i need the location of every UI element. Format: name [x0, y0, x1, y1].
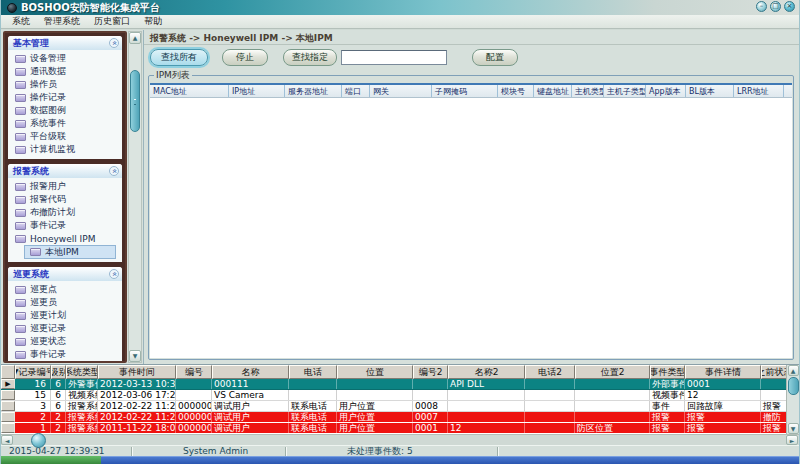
bottom-strip-green-segment — [1, 456, 101, 464]
table-row[interactable]: 22报警系统2012-02-22 11:26:0200000002调试用户联系电… — [1, 412, 788, 423]
search-input[interactable] — [341, 50, 447, 65]
sidebar-item[interactable]: 报警用户 — [10, 180, 120, 193]
event-column-header[interactable]: 事件类型 — [650, 365, 685, 379]
event-column-header[interactable]: 名称2 — [448, 365, 525, 379]
event-column-header[interactable]: 位置2 — [575, 365, 650, 379]
table-row[interactable]: 36报警系统2012-02-22 11:26:0200000002调试用户联系电… — [1, 401, 788, 412]
title-bar[interactable]: BOSHOO安防智能化集成平台 – □ × — [1, 0, 799, 15]
sidebar-item[interactable]: 操作记录 — [10, 91, 120, 104]
sidebar-item[interactable]: 巡更状态 — [10, 335, 120, 348]
sidebar-item[interactable]: 巡更点 — [10, 283, 120, 296]
ipm-column-header[interactable]: 服务器地址 — [284, 85, 341, 97]
event-column-header[interactable]: 级别 — [51, 365, 66, 379]
scroll-left-icon[interactable]: ◄ — [1, 435, 13, 445]
sidebar-group-header[interactable]: 报警系统« — [8, 164, 122, 178]
event-column-header[interactable]: 事件详情 — [685, 365, 761, 379]
sidebar-item[interactable]: 报警代码 — [10, 193, 120, 206]
table-row[interactable]: ▶166外警事件2012-03-13 10:38:04000111API DLL… — [1, 379, 788, 390]
scroll-down-icon[interactable]: ▼ — [788, 423, 799, 434]
ipm-column-header[interactable]: 主机类型 — [571, 85, 603, 97]
row-selector[interactable] — [1, 412, 15, 422]
panel-button-icon — [15, 235, 26, 243]
horizontal-scroll-thumb[interactable] — [31, 433, 46, 448]
sidebar-item[interactable]: 通讯数据 — [10, 65, 120, 78]
table-cell: 调试用户 — [212, 401, 289, 411]
stop-button[interactable]: 停止 — [222, 49, 268, 66]
sidebar-item[interactable]: 平台级联 — [10, 130, 120, 143]
sidebar-item[interactable]: 设备管理 — [10, 52, 120, 65]
event-column-header[interactable]: 系统类型 — [66, 365, 98, 379]
sidebar-item[interactable]: 巡更员 — [10, 296, 120, 309]
ipm-column-header[interactable]: 端口 — [341, 85, 369, 97]
sidebar-item-label: 本地IPM — [45, 246, 79, 259]
ipm-column-header[interactable]: 键盘地址 — [533, 85, 571, 97]
menu-item[interactable]: 系统 — [5, 15, 37, 28]
scroll-up-icon[interactable]: ▲ — [129, 32, 141, 44]
sidebar-item[interactable]: 事件记录 — [10, 219, 120, 232]
chevron-up-icon[interactable]: « — [109, 269, 119, 279]
event-column-header[interactable]: 名称 — [212, 365, 289, 379]
scroll-up-icon[interactable]: ▲ — [788, 365, 799, 376]
ipm-column-header[interactable]: BL版本 — [685, 85, 733, 97]
horizontal-scrollbar[interactable]: ◄ ► — [1, 434, 799, 445]
sidebar-group: 基本管理«设备管理通讯数据操作员操作记录数据图例系统事件平台级联计算机监视 — [8, 36, 122, 159]
scroll-down-icon[interactable]: ▼ — [129, 350, 141, 362]
table-cell — [176, 379, 212, 389]
minimize-button[interactable]: – — [756, 1, 767, 12]
event-column-header[interactable]: 编号2 — [413, 365, 448, 379]
row-selector[interactable] — [1, 401, 15, 411]
maximize-button[interactable]: □ — [770, 1, 781, 12]
ipm-column-header[interactable]: MAC地址 — [150, 85, 228, 97]
ipm-column-header[interactable]: App版本 — [645, 85, 685, 97]
ipm-column-header[interactable]: LRR地址 — [733, 85, 783, 97]
ipm-column-header[interactable]: IP地址 — [228, 85, 284, 97]
scroll-right-icon[interactable]: ► — [786, 435, 798, 445]
table-cell: 2011-11-22 18:00:27 — [98, 423, 176, 433]
event-column-header[interactable]: 编号 — [176, 365, 212, 379]
menu-item[interactable]: 管理系统 — [37, 15, 87, 28]
sidebar-scrollbar[interactable]: ▲ ▼ — [128, 31, 142, 363]
row-selector[interactable] — [1, 423, 15, 433]
sidebar-item[interactable]: 本地IPM — [24, 245, 116, 259]
ipm-column-header[interactable]: 网关 — [369, 85, 431, 97]
event-column-header[interactable]: 位置 — [337, 365, 413, 379]
sidebar-scroll-track[interactable] — [129, 44, 141, 350]
event-table-vscrollbar[interactable]: ▲ ▼ — [786, 365, 799, 434]
find-all-button[interactable]: 查找所有 — [150, 49, 208, 66]
event-column-header[interactable]: 电话 — [289, 365, 337, 379]
row-selector[interactable]: ▶ — [1, 379, 15, 389]
event-scroll-thumb[interactable] — [788, 377, 799, 395]
menu-item[interactable]: 帮助 — [137, 15, 169, 28]
ipm-column-header[interactable]: 主机子类型 — [603, 85, 645, 97]
sidebar-scroll-thumb[interactable] — [130, 70, 140, 132]
sidebar-item[interactable]: 操作员 — [10, 78, 120, 91]
sidebar-item[interactable]: 计算机监视 — [10, 143, 120, 156]
chevron-up-icon[interactable]: « — [109, 38, 119, 48]
event-scroll-track[interactable] — [788, 376, 799, 423]
event-column-header[interactable]: 电话2 — [525, 365, 575, 379]
find-specified-button[interactable]: 查找指定 — [283, 49, 337, 66]
sidebar-item[interactable]: Honeywell IPM — [10, 232, 120, 245]
row-selector[interactable] — [1, 390, 15, 400]
sidebar-item[interactable]: 事件记录 — [10, 348, 120, 361]
sidebar-item[interactable]: 布撤防计划 — [10, 206, 120, 219]
ipm-column-header[interactable]: 模块号 — [497, 85, 533, 97]
table-row[interactable]: 156视频系统2012-03-06 17:26:34VS Camera视频事件1… — [1, 390, 788, 401]
ipm-column-header[interactable]: 子网掩码 — [431, 85, 497, 97]
close-button[interactable]: × — [784, 1, 795, 12]
sidebar-item[interactable]: 系统事件 — [10, 117, 120, 130]
sidebar-group-header[interactable]: 基本管理« — [8, 36, 122, 50]
event-column-header[interactable]: 事件时间 — [98, 365, 176, 379]
menu-item[interactable]: 历史窗口 — [87, 15, 137, 28]
configure-button[interactable]: 配置 — [472, 49, 518, 66]
chevron-up-icon[interactable]: « — [109, 166, 119, 176]
event-column-header[interactable]: ▼记录编号 — [15, 365, 51, 379]
ipm-table-body[interactable] — [150, 98, 792, 358]
sidebar-item[interactable]: 巡更计划 — [10, 309, 120, 322]
sidebar-item[interactable]: 巡更记录 — [10, 322, 120, 335]
sidebar-group-header[interactable]: 巡更系统« — [8, 267, 122, 281]
table-row[interactable]: 12报警系统2011-11-22 18:00:2700000003调试用户联系电… — [1, 423, 788, 434]
sidebar-item[interactable]: 数据图例 — [10, 104, 120, 117]
table-cell: 报警 — [761, 401, 788, 411]
event-column-header[interactable]: 之前状态 — [761, 365, 788, 379]
